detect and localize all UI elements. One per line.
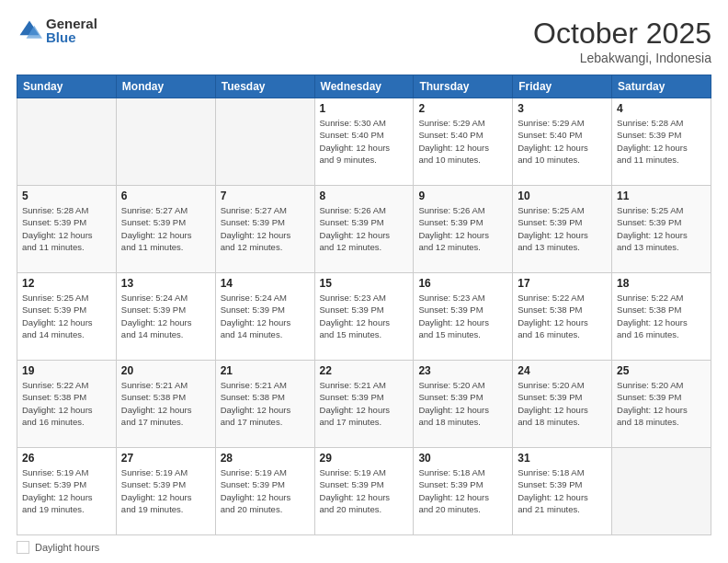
day-number: 12	[22, 277, 111, 290]
day-number: 8	[320, 190, 409, 202]
calendar-cell: 22Sunrise: 5:21 AM Sunset: 5:39 PM Dayli…	[314, 361, 414, 448]
day-info: Sunrise: 5:30 AM Sunset: 5:40 PM Dayligh…	[320, 117, 409, 166]
week-row-4: 26Sunrise: 5:19 AM Sunset: 5:39 PM Dayli…	[17, 448, 711, 535]
day-number: 13	[121, 277, 210, 290]
day-info: Sunrise: 5:29 AM Sunset: 5:40 PM Dayligh…	[418, 117, 507, 166]
weekday-header-tuesday: Tuesday	[215, 75, 314, 98]
day-info: Sunrise: 5:24 AM Sunset: 5:39 PM Dayligh…	[221, 292, 310, 340]
day-number: 23	[418, 364, 507, 377]
footer-label: Daylight hours	[35, 542, 99, 553]
day-info: Sunrise: 5:27 AM Sunset: 5:39 PM Dayligh…	[221, 204, 310, 253]
day-info: Sunrise: 5:28 AM Sunset: 5:39 PM Dayligh…	[617, 117, 706, 166]
day-number: 27	[121, 452, 210, 465]
calendar-cell: 12Sunrise: 5:25 AM Sunset: 5:39 PM Dayli…	[17, 273, 117, 361]
calendar-cell: 30Sunrise: 5:18 AM Sunset: 5:39 PM Dayli…	[414, 448, 513, 535]
location-title: Lebakwangi, Indonesia	[533, 51, 711, 65]
day-number: 17	[518, 277, 607, 290]
day-info: Sunrise: 5:23 AM Sunset: 5:39 PM Dayligh…	[418, 292, 507, 340]
calendar-cell	[215, 98, 314, 186]
calendar-cell: 11Sunrise: 5:25 AM Sunset: 5:39 PM Dayli…	[612, 186, 711, 273]
week-row-2: 12Sunrise: 5:25 AM Sunset: 5:39 PM Dayli…	[17, 273, 711, 361]
day-info: Sunrise: 5:25 AM Sunset: 5:39 PM Dayligh…	[22, 292, 111, 340]
day-info: Sunrise: 5:19 AM Sunset: 5:39 PM Dayligh…	[121, 466, 210, 515]
day-number: 28	[221, 452, 310, 465]
calendar-cell: 19Sunrise: 5:22 AM Sunset: 5:38 PM Dayli…	[17, 361, 117, 448]
calendar-cell	[17, 98, 117, 186]
day-number: 21	[221, 364, 310, 377]
logo-blue: Blue	[46, 30, 97, 44]
weekday-header-sunday: Sunday	[17, 75, 117, 98]
day-info: Sunrise: 5:23 AM Sunset: 5:39 PM Dayligh…	[320, 292, 409, 340]
calendar-cell: 7Sunrise: 5:27 AM Sunset: 5:39 PM Daylig…	[215, 186, 314, 273]
day-number: 2	[418, 102, 507, 115]
day-number: 1	[320, 102, 409, 115]
day-info: Sunrise: 5:22 AM Sunset: 5:38 PM Dayligh…	[22, 379, 111, 428]
day-info: Sunrise: 5:21 AM Sunset: 5:38 PM Dayligh…	[121, 379, 210, 428]
day-number: 22	[320, 364, 409, 377]
calendar-cell: 1Sunrise: 5:30 AM Sunset: 5:40 PM Daylig…	[314, 98, 414, 186]
calendar-cell: 28Sunrise: 5:19 AM Sunset: 5:39 PM Dayli…	[215, 448, 314, 535]
calendar-cell: 6Sunrise: 5:27 AM Sunset: 5:39 PM Daylig…	[116, 186, 215, 273]
day-info: Sunrise: 5:22 AM Sunset: 5:38 PM Dayligh…	[617, 292, 706, 340]
month-title: October 2025	[533, 17, 711, 51]
calendar-cell: 27Sunrise: 5:19 AM Sunset: 5:39 PM Dayli…	[116, 448, 215, 535]
day-info: Sunrise: 5:18 AM Sunset: 5:39 PM Dayligh…	[518, 466, 607, 515]
calendar-cell	[116, 98, 215, 186]
day-info: Sunrise: 5:25 AM Sunset: 5:39 PM Dayligh…	[518, 204, 607, 253]
day-info: Sunrise: 5:26 AM Sunset: 5:39 PM Dayligh…	[320, 204, 409, 253]
calendar-cell: 15Sunrise: 5:23 AM Sunset: 5:39 PM Dayli…	[314, 273, 414, 361]
weekday-header-row: SundayMondayTuesdayWednesdayThursdayFrid…	[17, 75, 711, 98]
day-number: 31	[518, 452, 607, 465]
day-info: Sunrise: 5:20 AM Sunset: 5:39 PM Dayligh…	[617, 379, 706, 428]
calendar-table: SundayMondayTuesdayWednesdayThursdayFrid…	[17, 75, 711, 535]
day-number: 29	[320, 452, 409, 465]
calendar-cell: 4Sunrise: 5:28 AM Sunset: 5:39 PM Daylig…	[612, 98, 711, 186]
day-number: 16	[418, 277, 507, 290]
day-number: 3	[518, 102, 607, 115]
day-number: 26	[22, 452, 111, 465]
calendar-cell: 18Sunrise: 5:22 AM Sunset: 5:38 PM Dayli…	[612, 273, 711, 361]
calendar-cell: 24Sunrise: 5:20 AM Sunset: 5:39 PM Dayli…	[513, 361, 612, 448]
day-info: Sunrise: 5:26 AM Sunset: 5:39 PM Dayligh…	[418, 204, 507, 253]
day-info: Sunrise: 5:29 AM Sunset: 5:40 PM Dayligh…	[518, 117, 607, 166]
footer: Daylight hours	[17, 541, 711, 554]
day-info: Sunrise: 5:20 AM Sunset: 5:39 PM Dayligh…	[418, 379, 507, 428]
calendar-cell: 16Sunrise: 5:23 AM Sunset: 5:39 PM Dayli…	[414, 273, 513, 361]
calendar-cell: 2Sunrise: 5:29 AM Sunset: 5:40 PM Daylig…	[414, 98, 513, 186]
calendar-cell: 10Sunrise: 5:25 AM Sunset: 5:39 PM Dayli…	[513, 186, 612, 273]
calendar-cell: 3Sunrise: 5:29 AM Sunset: 5:40 PM Daylig…	[513, 98, 612, 186]
calendar-cell: 14Sunrise: 5:24 AM Sunset: 5:39 PM Dayli…	[215, 273, 314, 361]
day-number: 19	[22, 364, 111, 377]
calendar-cell: 17Sunrise: 5:22 AM Sunset: 5:38 PM Dayli…	[513, 273, 612, 361]
calendar-cell: 9Sunrise: 5:26 AM Sunset: 5:39 PM Daylig…	[414, 186, 513, 273]
day-info: Sunrise: 5:27 AM Sunset: 5:39 PM Dayligh…	[121, 204, 210, 253]
calendar-cell: 25Sunrise: 5:20 AM Sunset: 5:39 PM Dayli…	[612, 361, 711, 448]
day-number: 18	[617, 277, 706, 290]
calendar-cell: 29Sunrise: 5:19 AM Sunset: 5:39 PM Dayli…	[314, 448, 414, 535]
day-info: Sunrise: 5:25 AM Sunset: 5:39 PM Dayligh…	[617, 204, 706, 253]
calendar-cell: 20Sunrise: 5:21 AM Sunset: 5:38 PM Dayli…	[116, 361, 215, 448]
logo: General Blue	[17, 17, 97, 44]
calendar-cell: 31Sunrise: 5:18 AM Sunset: 5:39 PM Dayli…	[513, 448, 612, 535]
calendar-cell: 5Sunrise: 5:28 AM Sunset: 5:39 PM Daylig…	[17, 186, 117, 273]
title-block: October 2025 Lebakwangi, Indonesia	[533, 17, 711, 65]
logo-general: General	[46, 17, 97, 30]
weekday-header-thursday: Thursday	[414, 75, 513, 98]
day-number: 24	[518, 364, 607, 377]
day-number: 7	[221, 190, 310, 202]
day-number: 30	[418, 452, 507, 465]
day-number: 20	[121, 364, 210, 377]
weekday-header-monday: Monday	[116, 75, 215, 98]
day-info: Sunrise: 5:24 AM Sunset: 5:39 PM Dayligh…	[121, 292, 210, 340]
day-number: 5	[22, 190, 111, 202]
day-number: 9	[418, 190, 507, 202]
calendar-cell: 21Sunrise: 5:21 AM Sunset: 5:38 PM Dayli…	[215, 361, 314, 448]
week-row-1: 5Sunrise: 5:28 AM Sunset: 5:39 PM Daylig…	[17, 186, 711, 273]
week-row-0: 1Sunrise: 5:30 AM Sunset: 5:40 PM Daylig…	[17, 98, 711, 186]
weekday-header-wednesday: Wednesday	[314, 75, 414, 98]
weekday-header-friday: Friday	[513, 75, 612, 98]
day-info: Sunrise: 5:28 AM Sunset: 5:39 PM Dayligh…	[22, 204, 111, 253]
header: General Blue October 2025 Lebakwangi, In…	[17, 17, 711, 65]
day-number: 25	[617, 364, 706, 377]
day-number: 4	[617, 102, 706, 115]
